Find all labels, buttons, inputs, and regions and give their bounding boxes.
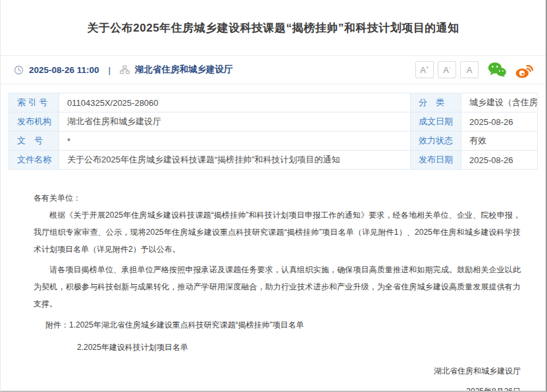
info-value: 01104325X/2025-28060 [59, 93, 411, 112]
info-label: 发布机构 [9, 112, 59, 132]
attachment-link[interactable]: 2.2025年建设科技计划项目名单 [77, 343, 188, 352]
paragraph: 根据《关于开展2025年住房城乡建设科技课题“揭榜挂帅”和科技计划项目申报工作的… [34, 207, 521, 258]
table-row: 文 号 * 效力状态 有效 [9, 132, 538, 151]
page-header: 关于公布2025年住房城乡建设科技课题“揭榜挂帅”和科技计划项目的通知 [1, 0, 546, 56]
table-row: 发布机构 湖北省住房和城乡建设厅 成文日期 2025-08-26 [9, 112, 538, 132]
info-label: 效力状态 [411, 132, 461, 151]
clock-icon [14, 65, 24, 75]
info-label: 分 类 [411, 93, 461, 112]
wechat-share-icon[interactable] [488, 62, 506, 78]
meta-actions: A+ A- A [415, 61, 534, 78]
info-label: 成文日期 [411, 112, 461, 132]
salutation: 各有关单位： [34, 189, 521, 207]
article-body: 各有关单位： 根据《关于开展2025年住房城乡建设科技课题“揭榜挂帅”和科技计划… [1, 170, 546, 392]
info-label: 文 号 [9, 132, 59, 151]
table-row: 文件名称 关于公布2025年住房城乡建设科技课题“揭榜挂帅”和科技计划项目的通知… [9, 151, 538, 170]
font-default-button[interactable]: A [460, 61, 479, 78]
paragraph: 请各项目揭榜单位、承担单位严格按照申报承诺及课题任务要求，认真组织实施，确保项目… [34, 261, 521, 312]
source-link[interactable]: 湖北省住房和城乡建设厅 [135, 64, 233, 76]
info-value: 2025-08-26 [461, 151, 538, 170]
info-value: 有效 [461, 132, 538, 151]
attachments-line: 2.2025年建设科技计划项目名单 [34, 339, 521, 356]
table-row: 索 引 号 01104325X/2025-28060 分 类 城乡建设（含住房） [9, 93, 538, 112]
attachment-link[interactable]: 1.2025年湖北省住房城乡建设重点科技研究课题“揭榜挂帅”项目名单 [69, 320, 304, 330]
info-value: 2025-08-26 [461, 112, 538, 132]
attachments-line: 附件：1.2025年湖北省住房城乡建设重点科技研究课题“揭榜挂帅”项目名单 [34, 316, 521, 333]
info-table: 索 引 号 01104325X/2025-28060 分 类 城乡建设（含住房）… [9, 93, 538, 170]
meta-info: 2025-08-26 11:00 | 湖北省住房和城乡建设厅 [14, 64, 233, 76]
attachments-prefix: 附件： [45, 320, 69, 330]
font-decrease-button[interactable]: A- [438, 61, 456, 78]
info-value: 湖北省住房和城乡建设厅 [59, 112, 411, 132]
info-value: 城乡建设（含住房） [461, 93, 538, 112]
info-label: 发布日期 [411, 151, 461, 170]
page-title: 关于公布2025年住房城乡建设科技课题“揭榜挂帅”和科技计划项目的通知 [87, 20, 459, 36]
info-value: 关于公布2025年住房城乡建设科技课题“揭榜挂帅”和科技计划项目的通知 [59, 151, 411, 170]
info-label: 索 引 号 [9, 93, 59, 112]
meta-separator: | [109, 65, 111, 75]
meta-bar: 2025-08-26 11:00 | 湖北省住房和城乡建设厅 A+ A- A [1, 56, 546, 84]
signature-date: 2025年8月26日 [34, 383, 521, 392]
weibo-share-icon[interactable] [515, 62, 534, 78]
sitemap-icon [120, 65, 130, 74]
font-increase-button[interactable]: A+ [415, 61, 434, 78]
publish-time: 2025-08-26 11:00 [29, 65, 99, 75]
signature: 湖北省住房和城乡建设厅 [34, 362, 521, 380]
notice-page: 关于公布2025年住房城乡建设科技课题“揭榜挂帅”和科技计划项目的通知 2025… [0, 0, 547, 392]
info-value: * [59, 132, 411, 151]
info-label: 文件名称 [9, 151, 59, 170]
